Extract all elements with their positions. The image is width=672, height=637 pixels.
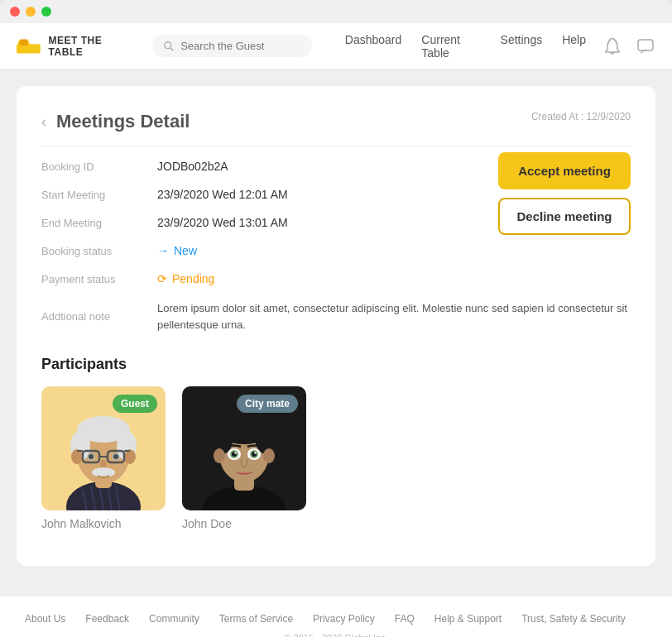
payment-status-label: Payment status [41, 273, 157, 285]
footer-trust-safety[interactable]: Trust, Safety & Security [521, 613, 626, 625]
footer-faq[interactable]: FAQ [395, 613, 415, 625]
action-buttons: Accept meeting Decline meeting [498, 152, 631, 235]
svg-point-45 [234, 452, 236, 453]
close-button[interactable] [10, 7, 20, 17]
svg-point-49 [254, 452, 256, 453]
nav-dashboard[interactable]: Dashboard [345, 33, 402, 60]
nav-links: Dashboard Current Table Settings Help [345, 33, 586, 60]
guest-badge: Guest [113, 395, 157, 413]
citymate-name: John Doe [182, 517, 232, 530]
search-input[interactable] [180, 40, 300, 52]
svg-point-41 [263, 448, 275, 463]
svg-point-40 [214, 448, 225, 463]
brand-name: MEET THE TABLE [49, 35, 136, 58]
participant-card-citymate: City mate John Doe [182, 386, 306, 530]
booking-status-value: → New [157, 244, 631, 257]
participants-section: Participants [41, 356, 631, 530]
divider [41, 146, 631, 146]
svg-rect-2 [20, 39, 28, 46]
refresh-icon: ⟳ [157, 272, 167, 285]
footer-privacy[interactable]: Privacy Policy [313, 613, 375, 625]
footer-feedback[interactable]: Feedback [85, 613, 129, 625]
arrow-right-icon: → [157, 244, 169, 257]
back-button[interactable]: ‹ [41, 113, 46, 131]
svg-point-38 [218, 418, 245, 438]
brand: MEET THE TABLE [17, 35, 136, 58]
search-icon [164, 41, 174, 52]
booking-status-label: Booking status [41, 245, 157, 257]
bell-icon [605, 38, 620, 55]
main-content: ‹ Meetings Detail Created At : 12/9/2020… [0, 69, 672, 582]
navbar: MEET THE TABLE Dashboard Current Table S… [0, 23, 672, 69]
participant-card-guest: Guest John Malkovich [41, 386, 166, 530]
footer: About Us Feedback Community Terms of Ser… [0, 596, 672, 637]
title-bar [0, 0, 672, 23]
payment-status-text: Pending [172, 272, 214, 285]
chat-icon [637, 39, 654, 54]
svg-point-30 [92, 467, 115, 477]
footer-terms[interactable]: Terms of Service [219, 613, 293, 625]
nav-help[interactable]: Help [562, 33, 586, 60]
participant-photo-citymate: City mate [182, 386, 306, 510]
booking-status-text: New [174, 244, 197, 257]
svg-point-25 [113, 454, 118, 459]
citymate-badge: City mate [237, 395, 298, 413]
detail-card: ‹ Meetings Detail Created At : 12/9/2020… [17, 86, 655, 566]
payment-status-value: ⟳ Pending [157, 272, 631, 285]
maximize-button[interactable] [41, 7, 51, 17]
nav-icons [602, 36, 655, 56]
additional-note-value: Lorem ipsum dolor sit amet, consectetur … [157, 300, 631, 333]
participants-title: Participants [41, 356, 631, 373]
app-container: MEET THE TABLE Dashboard Current Table S… [0, 0, 672, 637]
footer-community[interactable]: Community [149, 613, 199, 625]
booking-id-label: Booking ID [41, 160, 157, 173]
nav-current-table[interactable]: Current Table [421, 33, 480, 60]
additional-note-label: Addtional note [41, 310, 157, 323]
nav-settings[interactable]: Settings [501, 33, 543, 60]
svg-line-4 [170, 47, 174, 50]
brand-icon [17, 37, 42, 55]
svg-point-3 [165, 41, 171, 48]
svg-point-22 [89, 454, 94, 459]
footer-copyright: © 2015 - 2020 Global Inc. [25, 633, 647, 637]
search-bar[interactable] [152, 35, 312, 57]
svg-point-39 [243, 418, 270, 438]
page-title: Meetings Detail [56, 111, 190, 132]
guest-name: John Malkovich [41, 517, 122, 530]
start-meeting-label: Start Meeting [41, 189, 157, 201]
created-at: Created At : 12/9/2020 [531, 111, 631, 122]
footer-about-us[interactable]: About Us [25, 613, 65, 625]
participant-photo-guest: Guest [41, 386, 166, 510]
messages-button[interactable] [636, 36, 655, 56]
svg-point-29 [100, 460, 107, 468]
svg-rect-5 [638, 40, 653, 50]
accept-meeting-button[interactable]: Accept meeting [498, 152, 631, 189]
decline-meeting-button[interactable]: Decline meeting [498, 198, 631, 235]
footer-help-support[interactable]: Help & Support [434, 613, 502, 625]
footer-links: About Us Feedback Community Terms of Ser… [25, 613, 647, 625]
end-meeting-label: End Meeting [41, 217, 157, 229]
notifications-button[interactable] [602, 36, 622, 56]
minimize-button[interactable] [26, 7, 36, 17]
participants-grid: Guest John Malkovich [41, 386, 631, 530]
